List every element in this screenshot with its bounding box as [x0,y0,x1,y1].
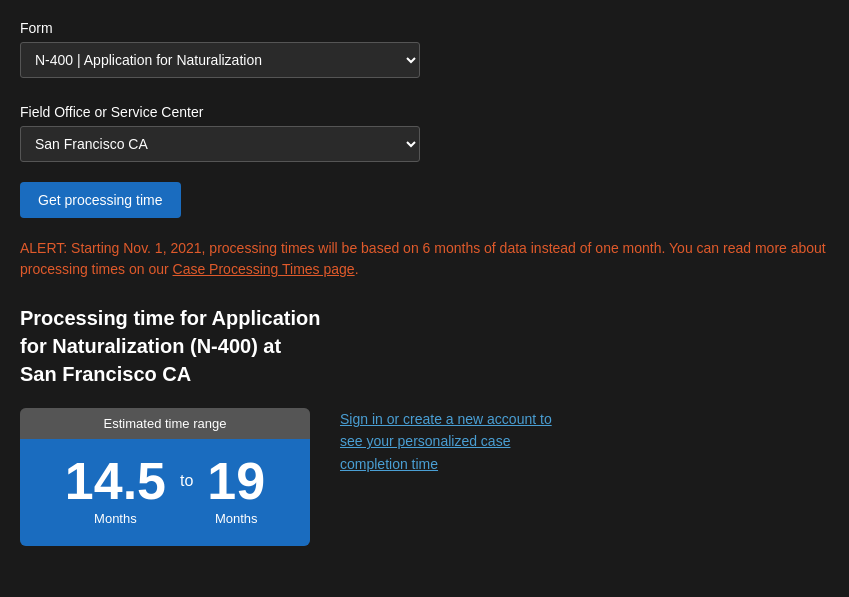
low-time-unit: Months [65,511,166,526]
alert-banner: ALERT: Starting Nov. 1, 2021, processing… [20,238,829,280]
time-range-header: Estimated time range [20,408,310,439]
time-separator: to [176,472,197,510]
field-office-select[interactable]: San Francisco CA [20,126,420,162]
form-select[interactable]: N-400 | Application for Naturalization [20,42,420,78]
high-time-number: 19 [207,455,265,507]
low-time-group: 14.5 Months [65,455,166,526]
high-time-unit: Months [207,511,265,526]
results-container: Estimated time range 14.5 Months to 19 M… [20,408,829,546]
field-office-label: Field Office or Service Center [20,104,829,120]
high-time-group: 19 Months [207,455,265,526]
processing-title-line3: San Francisco CA [20,360,829,388]
processing-title-line1: Processing time for Application [20,304,829,332]
low-time-number: 14.5 [65,455,166,507]
get-processing-time-button[interactable]: Get processing time [20,182,181,218]
sign-in-section: Sign in or create a new account to see y… [340,408,560,475]
processing-title-line2: for Naturalization (N-400) at [20,332,829,360]
time-range-body: 14.5 Months to 19 Months [20,439,310,546]
form-section: Form N-400 | Application for Naturalizat… [20,20,829,78]
sign-in-link[interactable]: Sign in or create a new account to see y… [340,411,552,472]
processing-title: Processing time for Application for Natu… [20,304,829,388]
time-range-card: Estimated time range 14.5 Months to 19 M… [20,408,310,546]
case-processing-times-link[interactable]: Case Processing Times page [173,261,355,277]
field-office-section: Field Office or Service Center San Franc… [20,104,829,162]
alert-text: ALERT: Starting Nov. 1, 2021, processing… [20,240,826,277]
form-label: Form [20,20,829,36]
